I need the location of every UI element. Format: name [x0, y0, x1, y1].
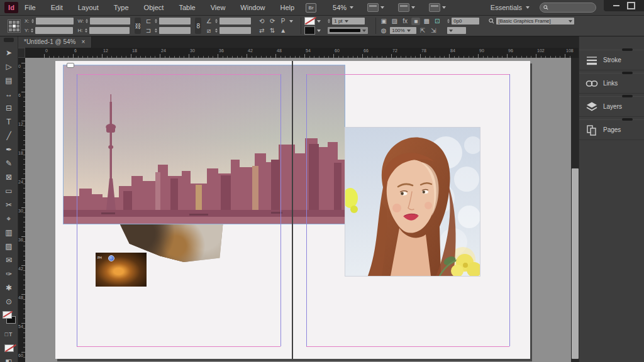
panel-pages[interactable]: Pages: [579, 119, 644, 140]
tool-line[interactable]: ╱: [0, 129, 18, 143]
tool-zoom[interactable]: ⊙: [0, 295, 18, 309]
menu-table[interactable]: Table: [179, 4, 195, 11]
frame-fitting-icon[interactable]: ⊡: [433, 18, 441, 25]
rotate-ccw-icon[interactable]: ⟲: [257, 18, 266, 25]
object-effects-icon[interactable]: ◍: [379, 27, 388, 35]
constrain-dimensions-icon[interactable]: ⛓: [135, 18, 141, 34]
cave-light-image[interactable]: PH: [96, 253, 147, 287]
menu-edit[interactable]: Edit: [51, 4, 63, 11]
vertical-ruler[interactable]: 06121824303642485460: [18, 58, 25, 362]
arrange-documents-dropdown[interactable]: [429, 3, 446, 12]
tab-close-icon[interactable]: ×: [81, 38, 85, 45]
tool-gradient-feather[interactable]: ▨: [0, 239, 18, 253]
tool-rectangle[interactable]: ▭: [0, 184, 18, 198]
rotate-cw-icon[interactable]: ⟳: [268, 18, 277, 25]
tool-direct-selection[interactable]: ▷: [0, 60, 18, 74]
drop-shadow-icon[interactable]: ▨: [390, 18, 399, 25]
tool-rectangle-frame[interactable]: ⊠: [0, 170, 18, 184]
corner-options-icon[interactable]: ▣: [379, 18, 388, 25]
fit-content-icon[interactable]: ⇱: [418, 27, 427, 35]
tool-hand[interactable]: ✱: [0, 281, 18, 295]
apply-none-button[interactable]: [0, 341, 18, 355]
y-field[interactable]: [35, 27, 73, 34]
menu-layout[interactable]: Layout: [78, 4, 99, 11]
panel-layers[interactable]: Layers: [579, 96, 644, 117]
w-stepper[interactable]: [86, 19, 88, 23]
minimize-button[interactable]: [613, 5, 619, 6]
panel-links[interactable]: Links: [579, 73, 644, 94]
stroke-type-dropdown[interactable]: [328, 27, 368, 34]
h-stepper[interactable]: [85, 28, 87, 33]
stroke-color-swatch[interactable]: [304, 17, 315, 25]
menu-window[interactable]: Window: [240, 4, 265, 11]
panel-grip[interactable]: [622, 95, 633, 97]
clear-transformations-button[interactable]: P: [279, 18, 287, 25]
tool-free-transform[interactable]: ⌖: [0, 212, 18, 226]
ruler-origin-corner[interactable]: [18, 48, 25, 58]
x-field[interactable]: [36, 18, 74, 25]
tool-gap[interactable]: ↔: [0, 87, 18, 101]
rotation-stepper[interactable]: [215, 19, 218, 23]
w-field[interactable]: [90, 18, 130, 25]
tool-gradient-swatch[interactable]: ▥: [0, 226, 18, 239]
menu-object[interactable]: Object: [144, 4, 164, 11]
scale-y-stepper[interactable]: [155, 28, 157, 33]
tool-selection[interactable]: ➤: [0, 46, 18, 60]
y-stepper[interactable]: [31, 28, 33, 33]
panel-stroke[interactable]: Stroke: [579, 50, 644, 70]
corner-radius-field[interactable]: 0p0: [452, 18, 479, 25]
wrap-none-icon[interactable]: ■: [411, 18, 420, 25]
scale-x-field[interactable]: [159, 18, 191, 25]
reference-point-proxy[interactable]: [8, 19, 21, 33]
view-mode-button[interactable]: ◧: [0, 355, 18, 362]
document-tab[interactable]: *Untitled-1 @ 54% ×: [18, 36, 92, 48]
maximize-button[interactable]: [627, 2, 635, 9]
view-options-dropdown[interactable]: [367, 3, 384, 12]
scale-y-field[interactable]: [159, 27, 191, 34]
panel-grip[interactable]: [622, 72, 633, 74]
screen-mode-dropdown[interactable]: [398, 3, 415, 12]
panel-grip[interactable]: [622, 118, 633, 121]
select-container-icon[interactable]: ▲: [279, 27, 287, 35]
x-stepper[interactable]: [31, 19, 34, 23]
tools-panel-grip[interactable]: [4, 38, 14, 42]
fill-stroke-controls[interactable]: [0, 309, 18, 327]
zoom-level-dropdown[interactable]: 54%: [333, 4, 353, 11]
effects-button[interactable]: fx: [401, 18, 409, 25]
fill-color-swatch[interactable]: [304, 26, 315, 35]
fit-frame-icon[interactable]: ⇲: [429, 27, 438, 35]
tool-pen[interactable]: ✒: [0, 143, 18, 156]
selection-handle[interactable]: [67, 63, 74, 68]
scrollbar-thumb[interactable]: [572, 168, 579, 359]
document-canvas[interactable]: PH: [18, 58, 579, 362]
search-box[interactable]: [540, 3, 596, 13]
flip-vertical-icon[interactable]: ⇅: [268, 27, 277, 35]
menu-file[interactable]: File: [25, 4, 36, 11]
corner-radius-stepper[interactable]: [447, 19, 450, 23]
rotation-field[interactable]: [219, 18, 251, 25]
panel-grip[interactable]: [622, 48, 633, 51]
stroke-weight-dropdown[interactable]: 1 pt: [332, 18, 365, 25]
scale-x-stepper[interactable]: [155, 19, 157, 23]
menu-help[interactable]: Help: [280, 4, 294, 11]
menu-view[interactable]: View: [211, 4, 226, 11]
woman-portrait-image[interactable]: [345, 127, 480, 277]
wrap-bounding-icon[interactable]: ▩: [422, 18, 431, 25]
shear-stepper[interactable]: [215, 28, 218, 33]
h-field[interactable]: [89, 27, 130, 34]
opacity-dropdown[interactable]: 100%: [390, 27, 416, 34]
object-style-dropdown[interactable]: [Basic Graphics Frame]: [496, 18, 574, 25]
flip-horizontal-icon[interactable]: ⇄: [257, 27, 266, 35]
constrain-scale-icon[interactable]: 8: [195, 18, 201, 34]
search-input[interactable]: [551, 4, 589, 11]
tool-content-collector[interactable]: ⊟: [0, 101, 18, 115]
formatting-affects-buttons[interactable]: □T: [0, 327, 18, 341]
toronto-skyline-image[interactable]: [63, 65, 345, 224]
tool-type[interactable]: T: [0, 115, 18, 129]
fill-swatch-none[interactable]: [3, 311, 12, 319]
tool-pencil[interactable]: ✎: [0, 156, 18, 170]
tool-scissors[interactable]: ✂: [0, 198, 18, 212]
menu-type[interactable]: Type: [114, 4, 129, 11]
horizontal-ruler[interactable]: 06121824303642485460667278849096102108: [18, 48, 579, 58]
workspace-switcher[interactable]: Essentials: [491, 4, 530, 11]
